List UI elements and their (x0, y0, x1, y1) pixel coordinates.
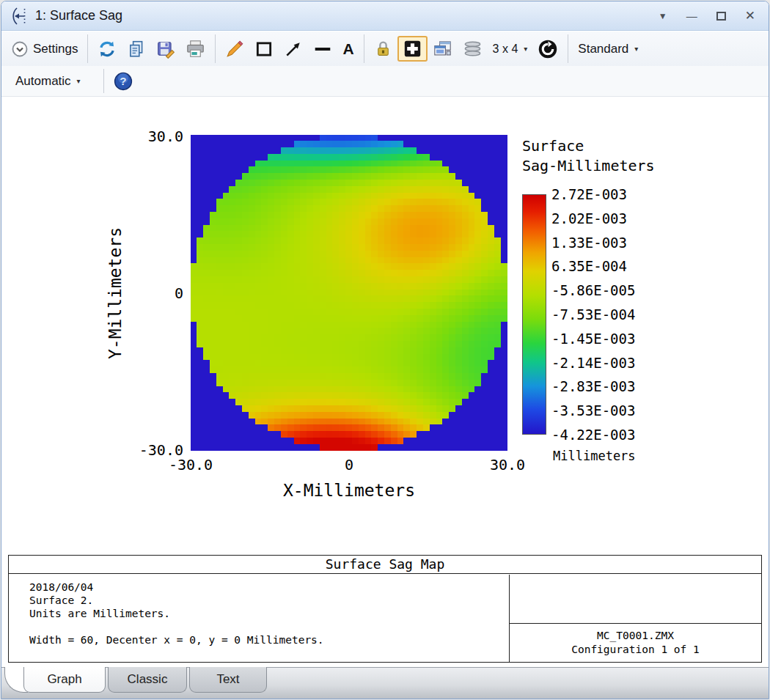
rotate-button[interactable] (532, 36, 563, 62)
legend-tick-label: -5.86E-005 (551, 282, 635, 298)
toolbar-separator (103, 69, 104, 93)
sag-map-canvas (191, 135, 507, 451)
toolbar-separator (87, 34, 88, 63)
automatic-dropdown[interactable]: Automatic ▾ (10, 71, 86, 92)
chevron-down-icon: ▾ (524, 45, 527, 53)
copy-button[interactable] (122, 37, 151, 62)
x-tick-label: -30.0 (150, 456, 231, 474)
tab-graph[interactable]: Graph (23, 667, 106, 693)
text-tool-button[interactable]: A (337, 38, 359, 59)
save-button[interactable] (151, 37, 180, 62)
minimize-icon[interactable]: — (686, 10, 697, 21)
y-axis-title: Y-Millimeters (106, 227, 125, 359)
layers-button[interactable] (458, 36, 488, 62)
automatic-label: Automatic (15, 74, 71, 89)
chevron-down-circle-icon (11, 40, 29, 58)
legend-tick-label: 1.33E-003 (551, 235, 627, 251)
chevron-down-icon: ▾ (634, 45, 638, 53)
print-icon (186, 39, 205, 59)
configuration-label: Configuration 1 of 1 (571, 643, 700, 657)
pencil-annotation-button[interactable] (220, 37, 249, 62)
settings-button[interactable]: Settings (6, 37, 83, 61)
toolbar-secondary: Automatic ▾ ? (1, 66, 769, 97)
file-name: MC_T0001.ZMX (597, 629, 674, 643)
legend-tick-labels: 2.72E-0032.02E-0031.33E-0036.35E-004-5.8… (551, 194, 661, 435)
legend-tick-label: -2.14E-003 (551, 355, 635, 371)
arrow-tool-icon (284, 40, 303, 59)
cascade-windows-button[interactable] (428, 36, 458, 62)
help-icon: ? (114, 72, 133, 91)
bottom-tab-bar: GraphClassicText (1, 667, 769, 699)
x-tick-label: 0 (309, 456, 389, 474)
colorbar (522, 194, 546, 435)
x-axis-title: X-Millimeters (232, 481, 466, 500)
close-icon[interactable]: ✕ (745, 10, 755, 22)
copy-icon (127, 40, 146, 59)
info-box: Surface Sag Map 2018/06/04Surface 2.Unit… (8, 555, 762, 663)
legend-tick-label: -7.53E-004 (551, 306, 635, 323)
y-tick-label: 0 (125, 284, 183, 302)
refresh-icon (98, 40, 117, 59)
legend-tick-label: 2.02E-003 (551, 210, 627, 226)
svg-text:?: ? (120, 75, 126, 87)
tab-text[interactable]: Text (189, 667, 267, 693)
info-panel: Surface Sag Map 2018/06/04Surface 2.Unit… (1, 551, 769, 667)
toolbar-main: Settings (1, 32, 769, 66)
y-tick-label: 30.0 (125, 128, 183, 145)
settings-label: Settings (33, 42, 78, 56)
legend-title: SurfaceSag-Millimeters (522, 136, 655, 176)
legend-tick-label: -1.45E-003 (551, 331, 635, 347)
print-button[interactable] (180, 36, 210, 62)
tab-classic[interactable]: Classic (108, 667, 187, 693)
lock-icon (374, 40, 392, 58)
grid-layout-toggle[interactable] (397, 36, 428, 62)
grid-layout-icon (403, 39, 422, 59)
window-title: 1: Surface Sag (35, 8, 122, 23)
chevron-down-icon: ▾ (77, 77, 81, 85)
surface-sag-window-icon (9, 7, 31, 26)
refresh-button[interactable] (92, 37, 122, 62)
graph-area: 30.0 0 -30.0 -30.0 0 30.0 X-Millimeters … (1, 97, 769, 551)
help-button[interactable]: ? (109, 69, 138, 94)
line-tool-button[interactable] (308, 37, 337, 62)
surface-sag-window: 1: Surface Sag ▼ — ✕ Settings (1, 1, 769, 699)
save-icon (156, 40, 175, 59)
window-menu-icon[interactable]: ▼ (659, 12, 667, 21)
info-header: Surface Sag Map (9, 556, 761, 574)
pencil-icon (225, 40, 244, 59)
grid-size-dropdown[interactable]: 3 x 4 ▾ (488, 40, 533, 59)
legend-unit-label: Millimeters (553, 449, 636, 463)
legend-tick-label: -3.53E-003 (551, 402, 635, 419)
info-right-column: MC_T0001.ZMX Configuration 1 of 1 (510, 575, 761, 662)
legend-tick-label: -2.83E-003 (551, 378, 635, 394)
maximize-icon[interactable] (716, 12, 726, 21)
standard-label: Standard (578, 42, 628, 56)
toolbar-separator (215, 34, 216, 63)
line-tool-icon (313, 40, 332, 59)
arrow-tool-button[interactable] (279, 37, 308, 62)
cascade-windows-icon (433, 39, 452, 59)
legend-tick-label: 6.35E-004 (551, 258, 627, 274)
legend-tick-label: 2.72E-003 (551, 186, 627, 202)
title-bar[interactable]: 1: Surface Sag ▼ — ✕ (1, 1, 769, 31)
rotate-icon (538, 39, 558, 59)
layers-icon (463, 39, 483, 59)
rectangle-tool-button[interactable] (249, 37, 279, 62)
legend-tick-label: -4.22E-003 (551, 427, 635, 443)
x-tick-label: 30.0 (467, 456, 548, 474)
rectangle-tool-icon (254, 40, 274, 59)
toolbar-separator (568, 34, 568, 63)
text-tool-icon: A (342, 41, 353, 56)
lock-button[interactable] (369, 37, 397, 61)
grid-size-label: 3 x 4 (493, 43, 518, 56)
toolbar-separator (364, 34, 364, 63)
standard-dropdown[interactable]: Standard ▾ (573, 39, 643, 59)
